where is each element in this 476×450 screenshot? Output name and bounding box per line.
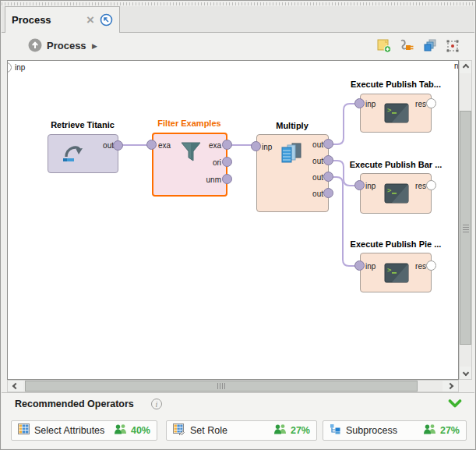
recommendation-percent: 27% xyxy=(291,425,310,436)
operator-port[interactable] xyxy=(354,98,365,108)
table-columns-icon xyxy=(18,423,30,438)
operator-port[interactable] xyxy=(113,140,123,151)
users-icon xyxy=(114,423,128,438)
auto-wire-button[interactable] xyxy=(399,37,415,54)
operator-port[interactable] xyxy=(354,180,365,190)
users-icon xyxy=(273,423,287,438)
fit-view-icon xyxy=(446,39,460,53)
operator-execute-publish-bar[interactable]: > inp res xyxy=(360,173,432,214)
recommended-set-role[interactable]: Set Role 27% xyxy=(166,420,317,441)
tab-title: Process xyxy=(12,14,51,26)
port-label: out xyxy=(306,157,323,166)
port-label: exa xyxy=(158,141,171,151)
operator-retrieve-titanic[interactable]: out xyxy=(48,134,118,173)
tab-process[interactable]: Process × xyxy=(5,6,120,33)
operator-port[interactable] xyxy=(146,140,157,150)
svg-text:>: > xyxy=(387,266,392,274)
port-label: inp xyxy=(262,143,272,152)
subprocess-icon xyxy=(330,423,341,438)
operator-title: Retrieve Titanic xyxy=(32,120,133,129)
port-label: exa xyxy=(201,141,221,151)
terminal-icon: > xyxy=(384,103,409,126)
restore-panel-icon[interactable] xyxy=(100,13,113,27)
operator-port[interactable] xyxy=(426,180,436,190)
process-panel-window: Process × Process ▶ xyxy=(0,0,476,450)
terminal-icon: > xyxy=(384,183,409,207)
operator-filter-examples[interactable]: exa exa ori unm xyxy=(152,133,227,197)
operator-port[interactable] xyxy=(222,157,232,167)
terminal-icon: > xyxy=(384,263,409,286)
info-icon[interactable]: i xyxy=(151,399,162,409)
layers-icon xyxy=(423,39,437,52)
scroll-right-button[interactable] xyxy=(443,381,458,392)
breadcrumb-expand-icon[interactable]: ▶ xyxy=(92,42,97,50)
operator-multiply[interactable]: inp out out out out xyxy=(256,134,329,212)
table-pencil-icon xyxy=(173,423,185,438)
recommended-label: Set Role xyxy=(190,425,227,436)
operator-title: Multiply xyxy=(242,121,343,130)
multiply-icon xyxy=(279,143,304,168)
recommendation-percent: 40% xyxy=(131,425,150,436)
recommended-operators-title: Recommended Operators xyxy=(15,399,134,409)
scroll-left-button[interactable] xyxy=(8,381,23,392)
port-label: inp xyxy=(365,100,376,109)
operator-title: Execute Publish Tab... xyxy=(345,80,446,89)
scrollbar-corner xyxy=(459,380,472,392)
port-label: unm xyxy=(201,175,221,185)
operator-port[interactable] xyxy=(426,260,436,271)
vertical-scroll-thumb[interactable] xyxy=(460,111,471,345)
port-label: out xyxy=(97,141,114,151)
process-toolbar: Process ▶ xyxy=(2,33,474,60)
port-label: inp xyxy=(365,262,376,271)
auto-fit-button[interactable] xyxy=(444,37,460,54)
recommended-operators-panel: Recommended Operators i Select Attribute… xyxy=(2,392,474,448)
operator-title: Execute Publish Pie ... xyxy=(345,239,446,249)
canvas-input-port[interactable] xyxy=(7,62,12,73)
canvas-input-port-label: inp xyxy=(15,63,25,72)
operator-title: Filter Examples xyxy=(139,119,240,128)
retrieve-icon xyxy=(60,141,85,168)
operator-title: Execute Publish Bar ... xyxy=(345,160,446,169)
users-icon xyxy=(423,423,437,438)
plug-icon xyxy=(400,39,414,52)
breadcrumb[interactable]: Process xyxy=(47,40,86,51)
operator-execute-publish-pie[interactable]: > inp res xyxy=(360,253,432,292)
operator-port[interactable] xyxy=(426,98,436,108)
show-order-button[interactable] xyxy=(421,37,438,54)
operator-port[interactable] xyxy=(222,174,232,184)
operator-port[interactable] xyxy=(354,260,365,271)
process-canvas[interactable]: inp n Retrieve Titanic out Filter Exampl… xyxy=(7,60,459,380)
port-label: res xyxy=(409,182,426,191)
recommendation-percent: 27% xyxy=(440,425,460,436)
tab-bar: Process × xyxy=(2,6,474,33)
operator-port[interactable] xyxy=(323,188,333,198)
navigate-up-icon[interactable] xyxy=(28,38,42,52)
operator-port[interactable] xyxy=(323,139,333,149)
port-label: res xyxy=(409,100,426,109)
canvas-result-port-label: n xyxy=(454,62,459,70)
horizontal-scroll-thumb[interactable] xyxy=(25,381,418,392)
port-label: out xyxy=(306,140,323,150)
collapse-panel-icon[interactable] xyxy=(448,398,462,412)
port-label: ori xyxy=(201,158,221,168)
scroll-down-button[interactable] xyxy=(460,367,471,379)
recommended-label: Subprocess xyxy=(346,425,397,436)
operator-execute-publish-tab[interactable]: > inp res xyxy=(360,94,432,133)
port-label: inp xyxy=(365,182,376,191)
operator-port[interactable] xyxy=(251,141,261,151)
port-label: out xyxy=(306,173,323,182)
add-note-button[interactable] xyxy=(376,37,393,54)
scroll-up-button[interactable] xyxy=(460,61,471,73)
operator-port[interactable] xyxy=(323,172,333,182)
svg-text:>: > xyxy=(387,106,392,114)
operator-port[interactable] xyxy=(323,155,333,165)
vertical-scrollbar[interactable] xyxy=(459,60,472,380)
recommended-label: Select Attributes xyxy=(34,425,104,436)
recommended-select-attributes[interactable]: Select Attributes 40% xyxy=(11,420,157,441)
filter-icon xyxy=(179,141,203,168)
close-icon[interactable]: × xyxy=(86,15,94,26)
horizontal-scrollbar[interactable] xyxy=(7,380,459,392)
svg-text:>: > xyxy=(387,186,392,194)
recommended-subprocess[interactable]: Subprocess 27% xyxy=(323,420,467,441)
operator-port[interactable] xyxy=(222,140,232,150)
